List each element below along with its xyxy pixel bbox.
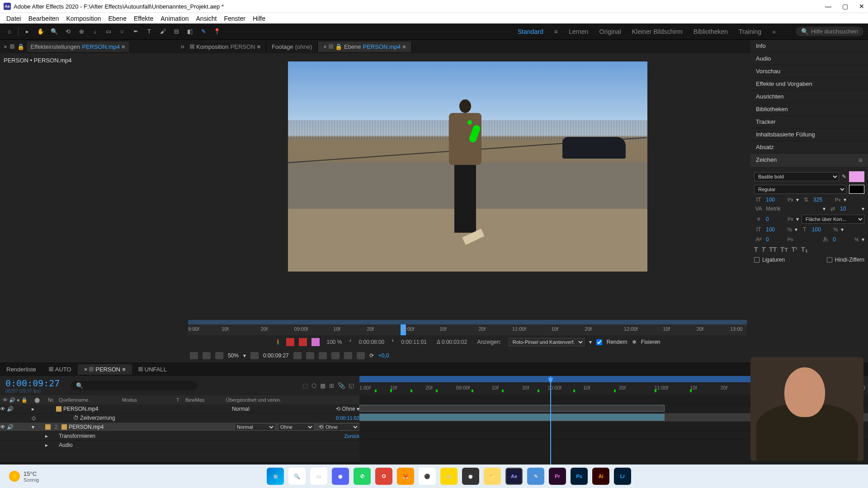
timeline-time[interactable]: 0:00:09:27 00297 (29,97 fps) [0,376,65,395]
puppet-tool[interactable]: 📍 [212,27,222,37]
panel-overflow[interactable]: » [180,42,184,51]
trkmat-select[interactable]: Ohne [278,423,314,431]
section-fuellung[interactable]: Inhaltsbasierte Füllung [750,128,868,141]
panel-close[interactable]: × [4,43,7,50]
mini-time-ruler[interactable]: 9:00f 10f 20f 09:00f 10f 20f 10:00f 10f … [188,324,747,335]
timeline-playhead[interactable] [550,376,551,471]
tab-komposition[interactable]: Komposition PERSON ≡ [184,42,266,52]
tl-tool-icon[interactable]: ⬡ [311,382,316,389]
section-vorschau[interactable]: Vorschau [750,65,868,78]
fixieren-label[interactable]: Fixieren [641,339,660,345]
layer-prop-audio[interactable]: ▸ Audio [0,441,359,450]
in-time[interactable]: 0:00:08:00 [356,339,387,345]
tl-tool-icon[interactable]: ⬚ [302,382,308,389]
freeze-icon[interactable]: ❄ [632,339,637,345]
dropdown-icon[interactable]: ▾ [844,197,846,203]
menu-datei[interactable]: Datei [3,14,25,23]
workspace-original[interactable]: Original [599,28,621,35]
weather-widget[interactable]: 15°C Sonnig [9,470,39,483]
section-biblio[interactable]: Bibliotheken [750,103,868,116]
app-icon[interactable]: ⚫ [419,468,436,485]
selection-tool[interactable]: ▸ [22,27,32,37]
ligaturen-checkbox[interactable] [754,257,760,263]
pen-tool[interactable]: ✒ [131,27,141,37]
video-preview[interactable] [288,61,647,272]
menu-komposition[interactable]: Komposition [62,14,104,23]
home-tool[interactable]: ⌂ [5,27,14,37]
footer-icon[interactable] [203,352,211,359]
lock-icon[interactable]: 🔒 [17,43,24,50]
section-effekte[interactable]: Effekte und Vorgaben [750,78,868,90]
channel-icon[interactable] [306,352,314,359]
tab-menu-icon[interactable]: ≡ [402,43,406,50]
menu-bearbeiten[interactable]: Bearbeiten [25,14,63,23]
stroke-swatch[interactable] [849,185,864,194]
brush-tool[interactable]: 🖌 [158,27,168,37]
parent-select[interactable]: Ohne [323,423,359,431]
bold-button[interactable]: T [754,246,758,253]
effects-tab[interactable]: Effekteinstellungen PERSON.mp4 ≡ [27,42,129,52]
tl-tool-icon[interactable]: 📎 [338,382,345,389]
leading[interactable]: 325 [813,197,832,203]
mode-select[interactable]: Normal [235,423,275,431]
footer-icon[interactable] [319,352,327,359]
close-button[interactable]: ✕ [859,3,864,10]
dropdown-icon[interactable]: ▾ [795,226,797,233]
out-time[interactable]: 0:00:11:01 [398,339,429,345]
dropdown-icon[interactable]: ▾ [796,197,799,203]
snapshot-icon[interactable] [293,352,302,359]
eraser-tool[interactable]: ◧ [185,27,195,37]
dropdown-icon[interactable]: ▾ [841,226,844,233]
tab-person[interactable]: × PERSON ≡ [78,364,132,375]
rotate-tool[interactable]: ⟲ [63,27,73,37]
layer-prop-transform[interactable]: ▸ Transformieren Zurück [0,432,359,441]
maximize-button[interactable]: ▢ [842,3,848,10]
section-absatz[interactable]: Absatz [750,141,868,154]
subscript-button[interactable]: T₁ [801,246,808,253]
search-button[interactable]: 🔍 [288,468,306,485]
stroke-mode-select[interactable]: Fläche über Kon... [802,215,864,224]
tracking[interactable]: 10 [840,206,859,212]
refresh-icon[interactable]: ⟳ [369,352,374,359]
zoom-dropdown-icon[interactable]: ▾ [243,352,246,359]
roto-prop-icon[interactable] [286,338,294,346]
menu-ebene[interactable]: Ebene [104,14,130,23]
tab-ebene[interactable]: × 🔒 Ebene PERSON.mp4 ≡ [318,42,412,52]
display-mode-select[interactable]: Roto-Pinsel und Kantenverf. [509,338,585,346]
clone-tool[interactable]: ⊟ [171,27,181,37]
section-audio[interactable]: Audio [750,52,868,65]
minimize-button[interactable]: — [825,3,831,10]
out-bracket-icon[interactable]: ⸣ [392,339,394,345]
workspace-standard[interactable]: Standard [518,28,543,35]
viewer-time[interactable]: 0:00:09:27 [263,352,289,359]
timeline-search[interactable]: 🔍 [71,381,197,390]
hand-tool[interactable]: ✋ [36,27,46,37]
lightroom-app[interactable]: Lr [614,468,631,485]
taskview-button[interactable]: ▭ [310,468,327,485]
dropdown-icon[interactable]: ▾ [823,206,826,212]
illustrator-app[interactable]: Ai [592,468,609,485]
font-style-select[interactable]: Regular [754,185,846,194]
camera-tool[interactable]: ⊕ [76,27,86,37]
app-icon[interactable]: ◐ [440,468,458,485]
footer-icon[interactable] [331,352,340,359]
workspace-biblio[interactable]: Bibliotheken [693,28,728,35]
section-tracker[interactable]: Tracker [750,116,868,128]
workspace-lernen[interactable]: Lernen [569,28,589,35]
mini-work-area[interactable] [188,320,747,324]
footer-icon[interactable] [357,352,365,359]
tab-close[interactable]: × [323,43,327,50]
obs-app[interactable]: ◉ [462,468,479,485]
in-bracket-icon[interactable]: ⸢ [349,339,352,345]
footer-icon[interactable] [250,352,259,359]
tl-tool-icon[interactable]: ⊞ [329,382,334,389]
menu-effekte[interactable]: Effekte [130,14,157,23]
smallcaps-button[interactable]: Tᴛ [780,246,788,253]
tab-auto[interactable]: AUTO [42,364,78,375]
layer-prop-zeitverzerrung[interactable]: ◇ ⏱ Zeitverzerrung 0:00:11:02 [0,413,359,422]
discord-app[interactable]: ◉ [332,468,349,485]
tab-footage[interactable]: Footage (ohne) [266,42,318,52]
menu-hilfe[interactable]: Hilfe [249,14,269,23]
dropdown-icon[interactable]: ▾ [862,236,864,243]
text-tool[interactable]: T [144,27,154,37]
